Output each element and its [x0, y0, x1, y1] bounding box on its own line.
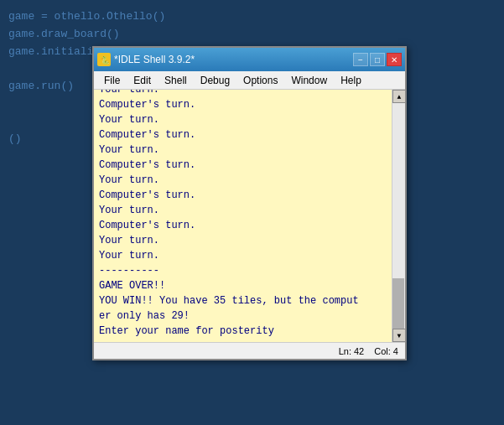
terminal-line: Computer's turn. [99, 218, 387, 233]
window-controls: − □ ✕ [353, 53, 402, 66]
terminal-line: ---------- [99, 263, 387, 278]
minimize-button[interactable]: − [353, 53, 368, 66]
maximize-button[interactable]: □ [370, 53, 385, 66]
menu-file[interactable]: File [97, 73, 127, 88]
scroll-track[interactable] [392, 103, 405, 329]
terminal-line: Your turn. [99, 112, 387, 127]
window-title: *IDLE Shell 3.9.2* [114, 54, 195, 65]
scroll-down-button[interactable]: ▼ [392, 329, 405, 342]
content-area: Computer's turn.Your turn.Computer's tur… [94, 90, 405, 342]
title-bar: 🐍 *IDLE Shell 3.9.2* − □ ✕ [94, 48, 405, 71]
line-indicator: Ln: 42 [339, 346, 365, 356]
menu-options[interactable]: Options [236, 73, 284, 88]
terminal-line: Computer's turn. [99, 158, 387, 173]
status-bar: Ln: 42 Col: 4 [94, 342, 405, 359]
terminal-line: Your turn. [99, 173, 387, 188]
terminal-line: GAME OVER!! [99, 278, 387, 293]
menu-edit[interactable]: Edit [127, 73, 158, 88]
bg-line: game = othello.Othello() [8, 8, 165, 26]
terminal-line: Enter your name for posterity [99, 324, 387, 339]
terminal-line: Your turn. [99, 203, 387, 218]
bg-line: game.draw_board() [8, 26, 165, 44]
close-button[interactable]: ✕ [387, 53, 402, 66]
terminal-line: Your turn. [99, 143, 387, 158]
idle-window: 🐍 *IDLE Shell 3.9.2* − □ ✕ File Edit She… [92, 46, 407, 360]
terminal-line: Your turn. [99, 248, 387, 263]
terminal-line: Computer's turn. [99, 127, 387, 143]
terminal-line: Your turn. [99, 90, 387, 97]
terminal-output[interactable]: Computer's turn.Your turn.Computer's tur… [94, 90, 392, 342]
title-bar-left: 🐍 *IDLE Shell 3.9.2* [97, 53, 195, 66]
menu-debug[interactable]: Debug [194, 73, 236, 88]
menu-shell[interactable]: Shell [158, 73, 194, 88]
terminal-line: Computer's turn. [99, 188, 387, 203]
terminal-line: Computer's turn. [99, 97, 387, 112]
scroll-thumb[interactable] [392, 278, 404, 329]
scroll-up-button[interactable]: ▲ [392, 90, 405, 103]
menu-help[interactable]: Help [334, 73, 368, 88]
terminal-line: YOU WIN!! You have 35 tiles, but the com… [99, 293, 387, 308]
svg-text:🐍: 🐍 [101, 55, 109, 65]
terminal-line: Your turn. [99, 233, 387, 248]
col-indicator: Col: 4 [374, 346, 398, 356]
menu-bar: File Edit Shell Debug Options Window Hel… [94, 71, 405, 90]
app-icon: 🐍 [97, 53, 111, 66]
scrollbar[interactable]: ▲ ▼ [392, 90, 405, 342]
terminal-line: er only has 29! [99, 308, 387, 324]
menu-window[interactable]: Window [284, 73, 334, 88]
